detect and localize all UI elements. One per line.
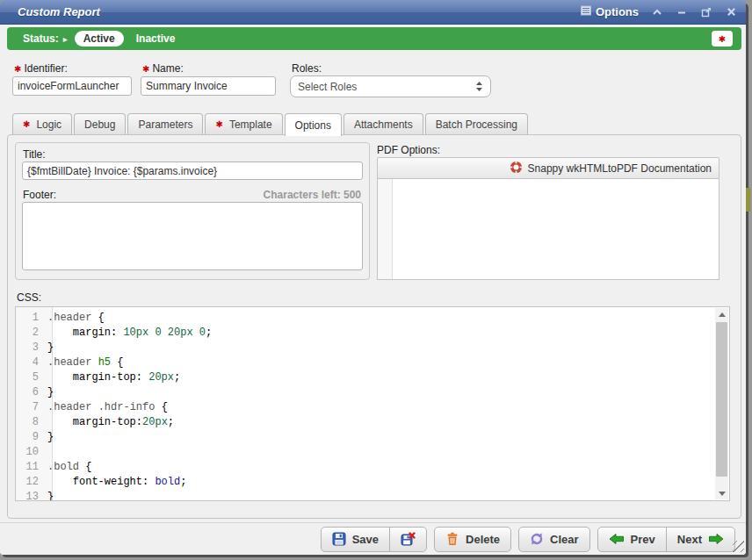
options-label: Options	[596, 5, 639, 18]
roles-label: Roles:	[292, 62, 322, 75]
button-group: Delete	[434, 527, 511, 552]
title-input[interactable]	[22, 162, 363, 180]
line-number: 3	[16, 341, 47, 355]
code-text: }	[47, 430, 54, 445]
css-editor-scrollbar[interactable]	[715, 308, 728, 499]
roles-selected-value: Select Roles	[298, 81, 357, 93]
line-number: 4	[16, 355, 47, 370]
code-text: .bold {	[47, 460, 91, 475]
life-ring-icon	[510, 161, 523, 176]
line-number: 11	[16, 460, 47, 475]
footer-button-bar: SaveDeleteClearPrevNext	[0, 522, 746, 555]
scroll-up-icon[interactable]	[715, 308, 728, 320]
options-tab-panel: Title: Footer: Characters left: 500 PDF …	[7, 134, 741, 519]
tab-debug[interactable]: Debug	[74, 113, 126, 134]
status-label: Status:	[23, 32, 59, 45]
tab-label: Debug	[84, 118, 115, 131]
code-line: 11.bold {	[16, 460, 715, 475]
close-icon[interactable]	[725, 6, 737, 18]
footer-textarea[interactable]	[22, 202, 363, 270]
save-cancel-button[interactable]	[389, 527, 427, 552]
arrow-left-icon	[609, 532, 625, 546]
tab-template[interactable]: ✱Template	[205, 113, 282, 134]
name-label: ✱Name:	[142, 62, 184, 75]
trash-icon	[445, 532, 459, 546]
tab-bar: ✱LogicDebugParameters✱TemplateOptionsAtt…	[12, 113, 528, 136]
css-label: CSS:	[17, 291, 41, 304]
line-number: 8	[16, 415, 47, 430]
code-text: }	[47, 385, 54, 400]
footer-button-groups: SaveDeleteClearPrevNext	[321, 527, 735, 552]
status-active-button[interactable]: Active	[75, 31, 124, 47]
clear-button[interactable]: Clear	[518, 527, 590, 552]
code-line: 3}	[16, 341, 715, 355]
pdf-options-header: Snappy wkHTMLtoPDF Documentation	[377, 157, 719, 179]
snappy-documentation-link[interactable]: Snappy wkHTMLtoPDF Documentation	[528, 162, 712, 175]
css-code-editor[interactable]: 1.header {2 margin: 10px 0 20px 0;3}4.he…	[15, 306, 730, 501]
code-line: 5 margin-top: 20px;	[16, 370, 715, 385]
scroll-down-icon[interactable]	[715, 487, 728, 499]
code-line: 6}	[16, 385, 715, 400]
code-text: margin-top: 20px;	[47, 370, 180, 385]
save-icon	[332, 532, 346, 546]
custom-report-window: Custom Report Options Status: ▸ Active I…	[0, 0, 746, 555]
required-marker: ✱	[142, 64, 149, 74]
tab-attachments[interactable]: Attachments	[343, 113, 423, 134]
line-number: 12	[16, 475, 47, 490]
line-number: 9	[16, 430, 47, 445]
refresh-icon	[530, 532, 544, 546]
code-line: 8 margin-top:20px;	[16, 415, 715, 430]
code-text: margin: 10px 0 20px 0;	[47, 326, 212, 341]
button-group: Clear	[518, 527, 590, 552]
tab-batch-processing[interactable]: Batch Processing	[425, 113, 528, 134]
title-label: Title:	[23, 148, 46, 161]
button-label: Clear	[550, 533, 579, 546]
next-button[interactable]: Next	[666, 527, 735, 552]
line-number: 6	[16, 385, 47, 400]
popout-icon[interactable]	[700, 6, 712, 18]
status-inactive-button[interactable]: Inactive	[136, 32, 176, 45]
line-number: 1	[16, 311, 47, 326]
updown-arrows-icon	[475, 81, 483, 92]
tab-parameters[interactable]: Parameters	[127, 113, 203, 134]
tab-label: Parameters	[138, 118, 192, 131]
characters-left-counter: Characters left: 500	[264, 189, 361, 201]
status-caret-icon: ▸	[63, 34, 68, 44]
titlebar[interactable]: Custom Report Options	[0, 0, 746, 25]
minimize-icon[interactable]	[676, 6, 688, 18]
resize-handle[interactable]	[733, 541, 744, 552]
prev-button[interactable]: Prev	[597, 527, 667, 552]
collapse-icon[interactable]	[651, 6, 663, 18]
scrollbar-thumb[interactable]	[716, 322, 727, 477]
tab-options[interactable]: Options	[285, 113, 342, 136]
line-number: 13	[16, 490, 47, 501]
code-line: 10	[16, 445, 715, 460]
code-text: }	[47, 490, 54, 501]
save-button[interactable]: Save	[321, 527, 390, 552]
roles-select[interactable]: Select Roles	[290, 75, 491, 97]
options-menu-button[interactable]: Options	[581, 5, 639, 18]
code-text: }	[47, 341, 54, 355]
tab-logic[interactable]: ✱Logic	[12, 113, 72, 134]
identifier-input[interactable]	[12, 76, 132, 96]
window-title: Custom Report	[18, 5, 100, 18]
line-number: 5	[16, 370, 47, 385]
required-indicator-badge: ✱	[712, 31, 733, 47]
tab-label: Attachments	[354, 118, 413, 131]
required-marker: ✱	[14, 64, 21, 74]
tab-label: Options	[295, 119, 331, 132]
code-line: 1.header {	[16, 311, 715, 326]
delete-button[interactable]: Delete	[434, 527, 511, 552]
button-label: Save	[352, 533, 379, 546]
code-line: 9}	[16, 430, 715, 445]
status-bar: Status: ▸ Active Inactive ✱	[7, 27, 741, 50]
title-footer-panel: Title: Footer: Characters left: 500	[15, 142, 370, 280]
code-text: .header .hdr-info {	[47, 400, 168, 415]
code-line: 12 font-weight: bold;	[16, 475, 715, 490]
pdf-options-editor[interactable]	[377, 179, 719, 280]
pdf-options-label: PDF Options:	[377, 144, 440, 156]
name-input[interactable]	[141, 76, 276, 96]
line-number: 2	[16, 326, 47, 341]
button-label: Next	[677, 533, 702, 546]
code-text: .header h5 {	[47, 355, 123, 370]
